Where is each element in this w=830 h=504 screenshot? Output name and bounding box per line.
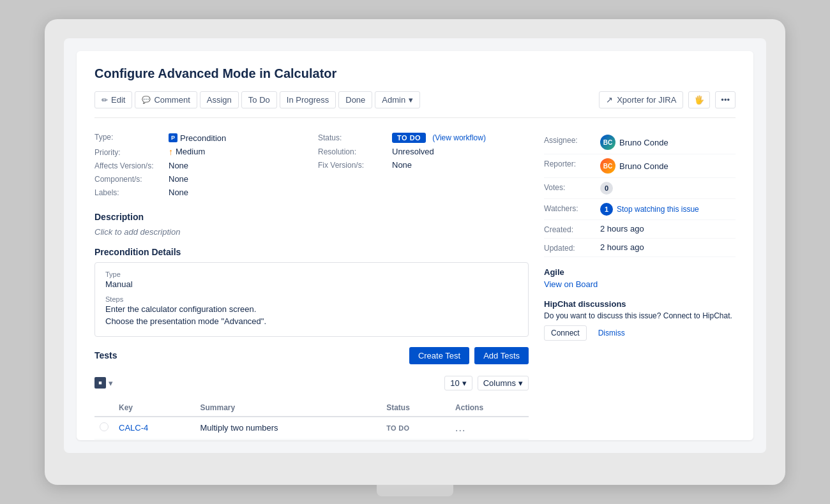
row2-actions[interactable]: ... [450,439,529,440]
tests-table: Key Summary Status Actions [94,399,529,441]
resolution-field-row: Resolution: Unresolved [318,145,529,158]
assign-label: Assign [207,95,232,105]
connect-button[interactable]: Connect [544,325,587,341]
done-label: Done [345,95,365,105]
col-checkbox [94,399,114,417]
assignee-field: Assignee: BC Bruno Conde [544,131,736,154]
table-row: CALC-4 Multiply two numbers TO DO ... [94,417,529,440]
tests-title: Tests [94,350,117,360]
comment-button[interactable]: 💬 Comment [135,91,197,108]
select-all-checkbox[interactable]: ■ [94,377,106,389]
row1-checkbox[interactable] [94,417,114,440]
status-badge: TO DO [392,133,426,143]
updated-field: Updated: 2 hours ago [544,239,736,257]
field-grid: Type: P Precondition Priority: ↑ [94,131,529,199]
assignee-avatar: BC [600,135,615,150]
tests-toolbar-right: 10 ▾ Columns ▾ [444,376,529,390]
watchers-field: Watchers: 1 Stop watching this issue [544,199,736,220]
create-test-button[interactable]: Create Test [409,347,469,364]
columns-select[interactable]: Columns ▾ [478,376,529,390]
checkbox-chevron-icon[interactable]: ▾ [109,378,113,388]
hipchat-buttons: Connect Dismiss [544,325,736,341]
admin-label: Admin [382,95,405,105]
agile-section: Agile View on Board [544,267,736,289]
precondition-type-value: Manual [105,279,518,289]
main-grid: Type: P Precondition Priority: ↑ [94,131,736,440]
tests-header: Tests Create Test Add Tests [94,347,529,364]
row2-summary: Subtract two numbers [195,439,381,440]
priority-label: Priority: [94,148,165,157]
fix-version-field-row: Fix Version/s: None [318,158,529,172]
done-button[interactable]: Done [338,91,372,108]
row1-actions-menu[interactable]: ... [455,422,465,433]
more-icon: ••• [721,95,730,105]
priority-arrow-icon: ↑ [169,147,173,157]
watchers-group: 1 Stop watching this issue [600,203,699,216]
dismiss-button[interactable]: Dismiss [592,325,631,341]
type-value: P Precondition [169,133,226,143]
created-value: 2 hours ago [600,224,644,233]
votes-label: Votes: [544,182,595,192]
type-text: Precondition [180,133,226,143]
admin-button[interactable]: Admin ▾ [375,91,420,108]
status-field-row: Status: TO DO (View workflow) [318,131,529,145]
row2-checkbox[interactable] [94,439,114,440]
admin-chevron-icon: ▾ [409,95,413,105]
reporter-avatar: BC [600,158,615,174]
reporter-field: Reporter: BC Bruno Conde [544,154,736,178]
affects-label: Affects Version/s: [94,161,165,170]
laptop-stand [377,485,453,496]
hipchat-section: HipChat discussions Do you want to discu… [544,299,736,341]
description-placeholder[interactable]: Click to add description [94,227,529,237]
row1-summary: Multiply two numbers [195,417,381,440]
add-tests-button[interactable]: Add Tests [474,347,529,364]
watchers-badge: 1 [600,203,613,216]
precondition-type-label: Type [105,271,518,278]
hipchat-title: HipChat discussions [544,299,736,309]
priority-field-row: Priority: ↑ Medium [94,145,305,159]
votes-badge: 0 [600,182,613,195]
component-field-row: Component/s: None [94,172,305,186]
agile-title: Agile [544,267,736,277]
precondition-step-1: Enter the calculator configuration scree… [105,304,518,314]
updated-label: Updated: [544,242,595,253]
feedback-button[interactable]: 🖐 [688,91,710,108]
todo-label: To Do [248,95,270,105]
edit-label: Edit [111,95,125,105]
xporter-button[interactable]: ↗ Xporter for JIRA [599,91,683,108]
row1-actions[interactable]: ... [450,417,529,440]
more-button[interactable]: ••• [715,91,736,108]
todo-button[interactable]: To Do [241,91,277,108]
xporter-label: Xporter for JIRA [617,95,676,105]
assign-button[interactable]: Assign [200,91,239,108]
row1-radio[interactable] [100,422,109,431]
edit-button[interactable]: ✏ Edit [94,91,132,108]
page-title: Configure Advanced Mode in Calculator [94,66,736,81]
row1-key-link[interactable]: CALC-4 [119,423,148,433]
laptop-screen: Configure Advanced Mode in Calculator ✏ … [64,38,766,453]
right-column: Assignee: BC Bruno Conde Reporter: BC Br… [544,131,736,440]
col-key-header: Key [114,399,195,417]
view-workflow-link[interactable]: (View workflow) [432,133,486,142]
per-page-select[interactable]: 10 ▾ [444,376,472,390]
affects-field-row: Affects Version/s: None [94,159,305,172]
row1-status-badge: TO DO [386,424,409,432]
table-header-row: Key Summary Status Actions [94,399,529,417]
fix-version-value: None [392,160,412,170]
precondition-title: Precondition Details [94,247,529,257]
precondition-details: Type Manual Steps Enter the calculator c… [94,262,529,337]
fields-col-1: Type: P Precondition Priority: ↑ [94,131,305,199]
columns-chevron-icon: ▾ [518,378,523,388]
precondition-icon: P [169,133,177,142]
view-on-board-link[interactable]: View on Board [544,279,736,289]
row2-status: TO DO [381,439,450,440]
stop-watching-link[interactable]: Stop watching this issue [617,205,699,214]
left-column: Type: P Precondition Priority: ↑ [94,131,529,440]
comment-label: Comment [154,95,190,105]
reporter-group: BC Bruno Conde [600,158,668,174]
inprogress-button[interactable]: In Progress [280,91,336,108]
labels-label: Labels: [94,188,165,197]
hipchat-text: Do you want to discuss this issue? Conne… [544,311,736,320]
comment-icon: 💬 [142,96,151,104]
row1-key: CALC-4 [114,417,195,440]
